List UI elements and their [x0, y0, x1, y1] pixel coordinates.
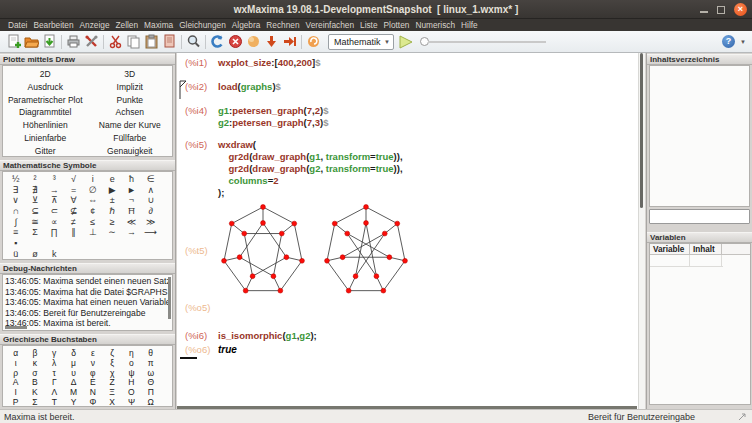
draw-button-f-llfarbe[interactable]: Füllfarbe	[88, 132, 173, 145]
variables-cell-empty[interactable]	[650, 255, 690, 267]
menu-vereinfachen[interactable]: Vereinfachen	[306, 19, 354, 31]
symbol-button[interactable]: ∝	[45, 217, 64, 228]
draw-button-achsen[interactable]: Achsen	[88, 106, 173, 119]
menu-datei[interactable]: Datei	[8, 19, 27, 31]
maximize-button[interactable]	[717, 6, 725, 14]
symbol-button[interactable]: ⊂	[45, 206, 64, 217]
symbol-button[interactable]: ≡	[6, 227, 25, 238]
save-icon[interactable]	[42, 34, 57, 49]
worksheet-cell[interactable]: (%i6)is_isomorphic(g1,g2);	[185, 330, 317, 342]
select-all-icon[interactable]	[162, 34, 177, 49]
symbol-button[interactable]: ³	[45, 174, 64, 185]
debug-vscrollbar[interactable]	[168, 277, 171, 319]
symbol-button[interactable]: ∂	[141, 206, 160, 217]
greek-letter-button[interactable]: Ω	[141, 398, 160, 408]
symbol-button[interactable]: ∼	[102, 227, 121, 238]
symbol-button[interactable]: ≥	[102, 217, 121, 228]
code-line[interactable]: load(graphs)$	[218, 81, 281, 93]
debug-hscrollbar[interactable]	[5, 326, 27, 329]
draw-button-punkte[interactable]: Punkte	[88, 94, 173, 107]
greek-letter-button[interactable]: Ρ	[6, 398, 25, 408]
greek-letter-button[interactable]: Ψ	[122, 398, 141, 408]
new-document-icon[interactable]	[6, 34, 21, 49]
menu-plotten[interactable]: Plotten	[384, 19, 410, 31]
symbol-button[interactable]: ∩	[6, 206, 25, 217]
symbol-button[interactable]: ≠	[64, 217, 83, 228]
find-icon[interactable]	[186, 34, 201, 49]
draw-button-name-der-kurve[interactable]: Name der Kurve	[88, 119, 173, 132]
symbol-button[interactable]: ²	[25, 174, 44, 185]
worksheet-cell[interactable]: (%i5)wxdraw( gr2d(draw_graph(g1, transfo…	[185, 139, 403, 199]
worksheet-cell[interactable]: (%i1)wxplot_size:[400,200]$	[185, 57, 320, 69]
menu-liste[interactable]: Liste	[360, 19, 378, 31]
symbol-button[interactable]: ∧	[141, 185, 160, 196]
draw-button-linienfarbe[interactable]: Linienfarbe	[3, 132, 88, 145]
symbol-button[interactable]: Ħ	[122, 206, 141, 217]
greek-letter-button[interactable]: Τ	[45, 398, 64, 408]
symbol-button[interactable]: ¢	[83, 206, 102, 217]
symbol-button[interactable]: ≫	[141, 217, 160, 228]
menu-algebra[interactable]: Algebra	[232, 19, 261, 31]
code-line[interactable]: g2:petersen_graph(7,3)$	[218, 117, 328, 129]
symbol-button[interactable]: i	[83, 174, 102, 185]
symbol-button[interactable]: ⊈	[64, 206, 83, 217]
close-button[interactable]: ×	[734, 3, 747, 16]
evaluate-rest-icon[interactable]	[264, 34, 279, 49]
symbol-button[interactable]: ∈	[141, 174, 160, 185]
symbol-button[interactable]: ¬	[122, 195, 141, 206]
symbol-button[interactable]: ∏	[45, 227, 64, 238]
symbol-button[interactable]: ⇔	[83, 195, 102, 206]
code-line[interactable]: wxplot_size:[400,200]$	[218, 57, 320, 69]
paste-icon[interactable]	[144, 34, 159, 49]
symbol-button[interactable]: ▪	[6, 238, 25, 249]
symbol-button[interactable]: =	[64, 185, 83, 196]
symbol-button[interactable]: ∪	[141, 195, 160, 206]
draw-button-h-henlinien[interactable]: Höhenlinien	[3, 119, 88, 132]
code-line[interactable]: );	[218, 187, 403, 199]
symbol-button[interactable]: ∃	[6, 185, 25, 196]
menu-anzeige[interactable]: Anzeige	[80, 19, 110, 31]
symbol-button[interactable]: ⊼	[45, 195, 64, 206]
symbol-button[interactable]: →	[122, 227, 141, 238]
menu-bearbeiten[interactable]: Bearbeiten	[33, 19, 73, 31]
symbol-button[interactable]: ►	[122, 185, 141, 196]
variables-cell-empty[interactable]	[690, 255, 722, 267]
code-line[interactable]: is_isomorphic(g1,g2);	[218, 330, 317, 342]
toolbar-overflow-icon[interactable]: ▼	[740, 39, 746, 45]
symbol-button[interactable]: k	[45, 249, 64, 260]
cell-type-select[interactable]: Mathematik ▼	[328, 34, 394, 50]
menu-hilfe[interactable]: Hilfe	[461, 19, 478, 31]
toc-list[interactable]	[649, 65, 750, 207]
evaluate-to-point-icon[interactable]	[282, 34, 297, 49]
code-line[interactable]: wxdraw(	[218, 139, 403, 151]
animation-slider[interactable]	[420, 37, 546, 46]
print-icon[interactable]	[66, 34, 81, 49]
worksheet-cell[interactable]: (%i4)g1:petersen_graph(7,2)$g2:petersen_…	[185, 105, 328, 129]
worksheet-vscrollbar[interactable]	[640, 53, 643, 208]
greek-letter-button[interactable]: Σ	[25, 398, 44, 408]
symbol-button[interactable]: ½	[6, 174, 25, 185]
symbol-button[interactable]: ∫	[6, 217, 25, 228]
symbol-button[interactable]: ⊥	[83, 227, 102, 238]
symbol-button[interactable]: ▶	[102, 185, 121, 196]
draw-button-implizit[interactable]: Implizit	[88, 81, 173, 94]
symbol-button[interactable]: ±	[102, 195, 121, 206]
symbol-button[interactable]: →	[45, 185, 64, 196]
symbol-button[interactable]: ∀	[64, 195, 83, 206]
draw-button-parametrischer-plot[interactable]: Parametrischer Plot	[3, 94, 88, 107]
copy-icon[interactable]	[126, 34, 141, 49]
draw-button-3d[interactable]: 3D	[88, 68, 173, 81]
draw-button-2d[interactable]: 2D	[3, 68, 88, 81]
symbol-button[interactable]: ≅	[25, 217, 44, 228]
symbol-button[interactable]: ⊆	[25, 206, 44, 217]
interrupt-icon[interactable]	[228, 34, 243, 49]
draw-button-gitter[interactable]: Gitter	[3, 145, 88, 158]
symbol-button[interactable]: ≤	[83, 217, 102, 228]
greek-letter-button[interactable]: Υ	[64, 398, 83, 408]
symbol-button[interactable]: Σ	[25, 227, 44, 238]
greek-letter-button[interactable]: Χ	[102, 398, 121, 408]
code-line[interactable]: columns=2	[218, 175, 403, 187]
minimize-button[interactable]	[700, 11, 708, 13]
help-jump-icon[interactable]	[306, 34, 321, 49]
menu-gleichungen[interactable]: Gleichungen	[179, 19, 226, 31]
